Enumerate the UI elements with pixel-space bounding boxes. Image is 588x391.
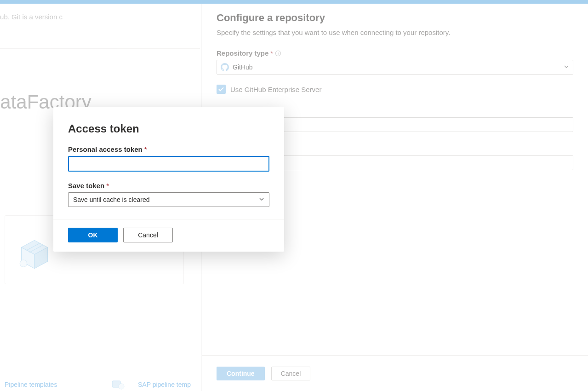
save-token-label-text: Save token (68, 182, 104, 190)
modal-footer: OK Cancel (53, 219, 284, 252)
use-enterprise-checkbox[interactable] (217, 85, 226, 94)
repo-type-select[interactable]: GitHub (217, 60, 573, 75)
svg-rect-9 (278, 52, 279, 54)
continue-button[interactable]: Continue (217, 367, 265, 380)
checkmark-icon (218, 86, 224, 92)
repo-type-value: GitHub (233, 63, 253, 71)
bg-template-link-1: Pipeline templates (5, 381, 57, 388)
bg-description-fragment: tory with either Azure DevOps or GitHub.… (0, 13, 63, 21)
top-banner-strip (0, 0, 588, 4)
chevron-down-icon (259, 196, 264, 203)
modal-title: Access token (68, 122, 269, 135)
svg-marker-2 (34, 247, 47, 269)
svg-point-10 (278, 52, 279, 52)
info-icon (275, 50, 281, 57)
repo-type-label-text: Repository type (217, 49, 268, 57)
sap-tile-icon (110, 377, 125, 391)
access-token-modal: Access token Personal access token * Sav… (53, 107, 284, 252)
modal-cancel-button[interactable]: Cancel (123, 228, 173, 242)
panel-title: Configure a repository (217, 12, 573, 24)
panel-footer: Continue Cancel (202, 355, 588, 391)
svg-point-7 (119, 384, 124, 389)
required-asterisk: * (270, 49, 273, 57)
use-enterprise-label: Use GitHub Enterprise Server (230, 86, 321, 93)
isometric-cube-icon (18, 238, 51, 270)
personal-access-token-input[interactable] (68, 156, 269, 172)
svg-line-3 (27, 243, 40, 250)
ok-button[interactable]: OK (68, 228, 118, 242)
bg-template-link-2: SAP pipeline temp (138, 381, 191, 388)
save-token-select[interactable]: Save until cache is cleared (68, 192, 269, 207)
svg-line-4 (29, 245, 42, 252)
github-icon (221, 63, 229, 71)
repo-type-label: Repository type * (217, 49, 573, 57)
svg-marker-1 (22, 247, 34, 269)
svg-marker-0 (22, 240, 48, 254)
save-token-label: Save token * (68, 182, 269, 190)
save-token-value: Save until cache is cleared (73, 196, 150, 203)
svg-point-5 (20, 260, 27, 267)
chevron-down-icon (564, 63, 569, 71)
panel-cancel-button[interactable]: Cancel (271, 367, 311, 380)
personal-access-token-label-text: Personal access token (68, 145, 143, 153)
panel-subtitle: Specify the settings that you want to us… (217, 29, 573, 36)
required-asterisk: * (106, 182, 109, 190)
required-asterisk: * (144, 145, 147, 153)
personal-access-token-label: Personal access token * (68, 145, 269, 153)
svg-rect-6 (112, 381, 120, 387)
